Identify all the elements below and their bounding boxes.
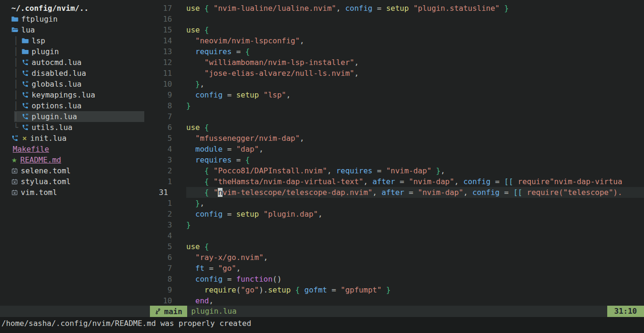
code-line[interactable]: 12 "williamboman/nvim-lsp-installer", xyxy=(146,57,644,68)
code-token: , xyxy=(259,145,264,154)
code-token xyxy=(186,145,195,154)
code-token: setup xyxy=(236,210,259,219)
cursor-block: n xyxy=(218,188,223,197)
line-number: 8 xyxy=(146,100,186,111)
code-token: , xyxy=(300,36,305,45)
code-line[interactable]: 11 "jose-elias-alvarez/null-ls.nvim", xyxy=(146,68,644,79)
code-token: { xyxy=(205,177,209,186)
code-line[interactable]: 5 "mfussenegger/nvim-dap", xyxy=(146,133,644,144)
code-token xyxy=(300,285,305,294)
code-line[interactable]: 8 config = function() xyxy=(146,274,644,284)
code-token: requires xyxy=(336,166,372,175)
tree-item-label: plugin.lua xyxy=(32,112,77,121)
code-line[interactable]: 1 { "theHamsta/nvim-dap-virtual-text", a… xyxy=(146,176,644,187)
line-number: 6 xyxy=(146,122,186,133)
tree-item-label: globals.lua xyxy=(32,80,82,89)
code-token: { xyxy=(295,285,300,294)
code-text: config = setup "plugin.dap", xyxy=(186,209,644,219)
code-line[interactable]: 10 }, xyxy=(146,79,644,89)
code-token: setup xyxy=(268,285,290,294)
code-line[interactable]: 13 requires = { xyxy=(146,46,644,57)
code-token: , xyxy=(363,177,372,186)
code-token: = xyxy=(223,275,236,284)
tree-item-vim.toml[interactable]: vim.toml xyxy=(0,187,146,198)
code-token: , xyxy=(336,4,345,13)
code-text: "mfussenegger/nvim-dap", xyxy=(186,133,644,144)
line-number: 6 xyxy=(146,252,186,263)
code-line[interactable]: 9 require("go").setup { gofmt = "gpfumpt… xyxy=(146,284,644,295)
line-number: 17 xyxy=(146,3,186,14)
tree-item-lua[interactable]: lua xyxy=(0,24,146,35)
tree-item-Makefile[interactable]: Makefile xyxy=(0,144,146,154)
code-line[interactable]: 7 ft = "go", xyxy=(146,263,644,274)
tree-item-plugin[interactable]: │plugin xyxy=(0,46,146,57)
tree-item-utils.lua[interactable]: └utils.lua xyxy=(0,122,146,133)
code-line[interactable]: 7 xyxy=(146,111,644,122)
tree-item-init.lua[interactable]: ×init.lua xyxy=(0,133,146,144)
line-number: 31 xyxy=(146,187,186,198)
code-line[interactable]: 8} xyxy=(146,100,644,111)
code-token xyxy=(186,296,195,305)
line-number: 10 xyxy=(146,295,186,306)
code-token xyxy=(186,199,195,208)
code-token xyxy=(186,275,195,284)
code-line[interactable]: 4 xyxy=(146,230,644,241)
code-line[interactable]: 17use { "nvim-lualine/lualine.nvim", con… xyxy=(146,3,644,14)
code-line[interactable]: 9 config = setup "lsp", xyxy=(146,89,644,100)
code-token: config xyxy=(463,177,491,186)
code-token: "go" xyxy=(241,285,259,294)
code-token: use xyxy=(186,25,200,34)
editor-buffer[interactable]: 17use { "nvim-lualine/lualine.nvim", con… xyxy=(146,0,644,306)
tree-item-plugin.lua[interactable]: │plugin.lua xyxy=(0,111,146,122)
line-number: 9 xyxy=(146,284,186,295)
code-text: require("go").setup { gofmt = "gpfumpt" … xyxy=(186,284,644,295)
explorer-file-list: ftpluginlua│lsp│plugin│autocmd.lua│disab… xyxy=(0,14,146,198)
tree-item-ftplugin[interactable]: ftplugin xyxy=(0,14,146,24)
code-line[interactable]: 15use { xyxy=(146,24,644,35)
indent-guide: │ xyxy=(14,35,18,46)
code-token: "plugin.dap" xyxy=(264,210,318,219)
code-text: { "nvim-telescope/telescope-dap.nvim", a… xyxy=(186,187,644,198)
code-line[interactable]: 10 end, xyxy=(146,295,644,306)
code-line[interactable]: 1 }, xyxy=(146,198,644,209)
code-token: use xyxy=(186,242,200,251)
tree-item-label: utils.lua xyxy=(32,123,73,132)
tree-item-disabled.lua[interactable]: │disabled.lua xyxy=(0,68,146,79)
code-token: { xyxy=(205,188,209,197)
code-line[interactable]: 2 { "Pocco81/DAPInstall.nvim", requires … xyxy=(146,165,644,176)
tree-item-label: ftplugin xyxy=(21,15,58,24)
lua-file-icon xyxy=(22,68,29,79)
code-line[interactable]: 16 xyxy=(146,14,644,24)
tree-item-selene.toml[interactable]: selene.toml xyxy=(0,165,146,176)
tree-item-README.md[interactable]: ★README.md xyxy=(0,154,146,165)
tree-item-keymapings.lua[interactable]: │keymapings.lua xyxy=(0,89,146,100)
code-token xyxy=(186,69,205,78)
tree-item-label: keymapings.lua xyxy=(32,90,95,99)
code-token: ft xyxy=(195,264,204,273)
code-line[interactable]: 4 module = "dap", xyxy=(146,144,644,154)
tree-item-stylua.toml[interactable]: stylua.toml xyxy=(0,176,146,187)
code-line[interactable]: 5use { xyxy=(146,241,644,252)
tree-item-options.lua[interactable]: │options.lua xyxy=(0,100,146,111)
code-line-current[interactable]: 31 { "nvim-telescope/telescope-dap.nvim"… xyxy=(146,187,644,198)
code-token xyxy=(186,155,195,164)
git-branch-segment[interactable]: main xyxy=(150,306,187,317)
tree-item-globals.lua[interactable]: │globals.lua xyxy=(0,79,146,89)
code-text: } xyxy=(186,219,644,230)
code-token xyxy=(409,4,413,13)
tree-item-lsp[interactable]: │lsp xyxy=(0,35,146,46)
code-line[interactable]: 3} xyxy=(146,219,644,230)
code-line[interactable]: 3 requires = { xyxy=(146,154,644,165)
code-token: use xyxy=(186,123,200,132)
tree-item-autocmd.lua[interactable]: │autocmd.lua xyxy=(0,57,146,68)
code-token xyxy=(259,90,264,99)
code-token: module xyxy=(195,145,223,154)
code-token: "lsp" xyxy=(264,90,286,99)
code-token: require"nvim-dap-virtua xyxy=(513,177,622,186)
code-token: [[ xyxy=(513,188,522,197)
code-line[interactable]: 6use { xyxy=(146,122,644,133)
code-line[interactable]: 6 "ray-x/go.nvim", xyxy=(146,252,644,263)
code-line[interactable]: 2 config = setup "plugin.dap", xyxy=(146,209,644,219)
code-token: , xyxy=(354,58,359,67)
code-line[interactable]: 14 "neovim/nvim-lspconfig", xyxy=(146,35,644,46)
